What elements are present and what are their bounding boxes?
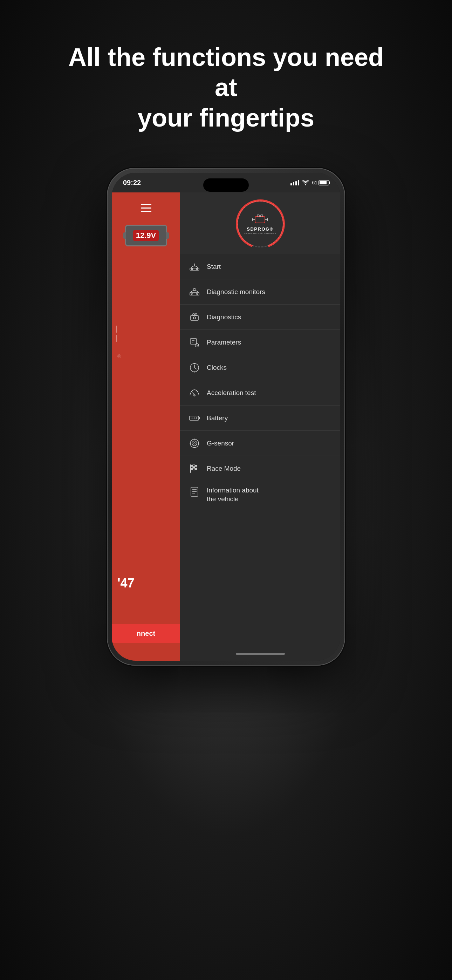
battery-menu-icon — [188, 415, 201, 421]
phone-wrapper: 09:22 — [107, 168, 345, 666]
menu-label-diagnostics: Diagnostics — [207, 313, 241, 321]
svg-point-35 — [194, 443, 195, 444]
menu-label-g-sensor: G-sensor — [207, 439, 234, 447]
right-panel: SDPROG® SMART DRIVER PROGRAM — [180, 192, 340, 661]
phone-screen: 09:22 — [112, 173, 340, 661]
menu-item-battery[interactable]: Battery — [180, 406, 340, 431]
svg-rect-19 — [190, 339, 197, 344]
signal-bars-icon — [290, 180, 299, 185]
wifi-icon — [302, 180, 309, 185]
svg-rect-42 — [193, 465, 195, 466]
svg-rect-15 — [195, 314, 197, 315]
g-sensor-icon — [188, 439, 201, 448]
svg-point-33 — [190, 439, 199, 448]
dynamic-island — [203, 178, 249, 192]
svg-point-38 — [190, 443, 191, 444]
menu-item-vehicle-info[interactable]: Information aboutthe vehicle — [180, 481, 340, 508]
svg-point-34 — [192, 441, 197, 446]
svg-rect-14 — [193, 314, 194, 315]
start-icon — [188, 262, 201, 271]
svg-rect-46 — [195, 466, 197, 468]
logo-ring: SDPROG® SMART DRIVER PROGRAM — [236, 199, 285, 248]
svg-point-18 — [193, 317, 196, 319]
voltage-label: 12.9V — [133, 230, 159, 241]
menu-item-race-mode[interactable]: Race Mode — [180, 456, 340, 481]
svg-rect-47 — [191, 468, 193, 470]
engine-logo-icon — [252, 214, 268, 226]
reg-mark: ® — [118, 354, 121, 359]
connect-button[interactable]: nnect — [112, 624, 180, 643]
svg-point-39 — [198, 443, 199, 444]
logo-area: SDPROG® SMART DRIVER PROGRAM — [180, 192, 340, 254]
svg-point-9 — [196, 269, 197, 270]
menu-list: Start — [180, 254, 340, 647]
logo-content: SDPROG® SMART DRIVER PROGRAM — [244, 214, 277, 234]
phone-frame: 09:22 — [107, 168, 345, 666]
svg-point-37 — [194, 447, 195, 448]
home-bar — [236, 653, 285, 655]
screen-body: 12.9V ® '47 nnect — [112, 192, 340, 661]
battery-status-icon: 61 — [312, 180, 329, 185]
menu-item-acceleration-test[interactable]: Acceleration test — [180, 380, 340, 406]
diagnostic-monitors-icon — [188, 288, 201, 296]
menu-label-vehicle-info: Information aboutthe vehicle — [207, 486, 259, 503]
parameters-icon — [188, 338, 201, 347]
svg-point-11 — [191, 293, 193, 294]
menu-item-diagnostics[interactable]: Diagnostics — [180, 305, 340, 330]
svg-point-25 — [194, 371, 195, 372]
logo-tagline: SMART DRIVER PROGRAM — [244, 232, 277, 234]
menu-label-start: Start — [207, 263, 221, 270]
connect-label: nnect — [137, 630, 155, 638]
home-indicator — [180, 647, 340, 661]
left-sidebar: 12.9V ® '47 nnect — [112, 192, 180, 661]
menu-label-acceleration-test: Acceleration test — [207, 389, 256, 397]
vehicle-info-icon — [188, 487, 201, 497]
status-icons: 61 — [290, 180, 329, 185]
battery-percent: 61 — [312, 180, 317, 185]
headline-container: All the functions you need at your finge… — [54, 42, 398, 133]
logo-brand: SDPROG® — [247, 226, 273, 232]
menu-label-race-mode: Race Mode — [207, 465, 241, 473]
svg-point-24 — [194, 363, 195, 364]
diagnostics-icon — [188, 313, 201, 321]
acceleration-test-icon — [188, 389, 201, 397]
menu-item-start[interactable]: Start — [180, 254, 340, 279]
svg-point-8 — [191, 269, 193, 270]
svg-rect-50 — [191, 487, 198, 496]
svg-rect-49 — [195, 468, 197, 470]
hamburger-button[interactable] — [137, 199, 155, 217]
svg-point-12 — [197, 293, 198, 294]
menu-label-parameters: Parameters — [207, 339, 241, 346]
side-decoration — [116, 326, 117, 342]
menu-label-diagnostic-monitors: Diagnostic monitors — [207, 288, 265, 296]
menu-label-clocks: Clocks — [207, 364, 227, 372]
svg-rect-28 — [199, 417, 200, 419]
menu-item-diagnostic-monitors[interactable]: Diagnostic monitors — [180, 279, 340, 305]
clocks-icon — [188, 363, 201, 372]
svg-rect-48 — [193, 468, 195, 470]
status-time: 09:22 — [123, 179, 141, 187]
race-mode-icon — [188, 464, 201, 473]
svg-rect-45 — [193, 466, 195, 468]
svg-rect-0 — [255, 216, 265, 223]
svg-rect-43 — [195, 465, 197, 466]
bottom-number: '47 — [118, 576, 135, 590]
battery-voltage-widget: 12.9V — [125, 225, 167, 247]
menu-item-clocks[interactable]: Clocks — [180, 355, 340, 380]
svg-point-36 — [194, 439, 195, 439]
svg-rect-13 — [191, 315, 198, 320]
menu-item-g-sensor[interactable]: G-sensor — [180, 431, 340, 456]
svg-rect-41 — [191, 465, 193, 466]
headline-text: All the functions you need at your finge… — [54, 42, 398, 133]
menu-item-parameters[interactable]: Parameters — [180, 330, 340, 355]
menu-label-battery: Battery — [207, 414, 228, 422]
